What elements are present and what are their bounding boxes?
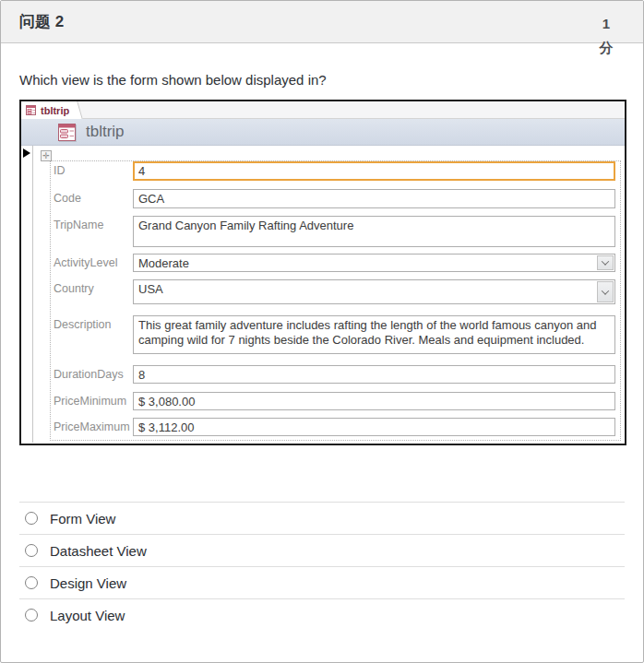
radio-button[interactable] [25,544,38,557]
field-value: 8 [138,368,145,382]
form-field-row: DurationDays 8 [54,365,625,384]
field-value: Moderate [138,256,189,270]
field-value: 4 [138,164,145,178]
option-label: Layout View [50,608,125,623]
dropdown-button[interactable] [597,255,614,270]
answer-option-form-view[interactable]: Form View [19,502,625,534]
field-label: Code [54,189,133,208]
answer-options: Form View Datasheet View Design View Lay… [19,502,625,631]
question-header: 问题 2 [1,1,643,43]
dropdown-button[interactable] [597,281,614,302]
form-field-row: Description This great family adventure … [54,315,625,354]
field-input-description[interactable]: This great family adventure includes raf… [133,315,615,354]
field-label: Country [54,279,133,304]
form-icon [58,124,76,141]
answer-option-datasheet-view[interactable]: Datasheet View [19,534,625,566]
field-label: PriceMinimum [54,392,133,410]
form-detail-section: ✛ ID 4 Code GCA TripName Grand Canyon Fa… [33,146,625,443]
field-label: PriceMaximum [54,418,133,436]
form-field-row: PriceMaximum $ 3,112.00 [54,418,625,436]
radio-button[interactable] [25,512,38,525]
field-value: Grand Canyon Family Rafting Adventure [138,219,353,232]
access-form-header: tbltrip [21,119,625,146]
tab-slant-edge [68,101,82,119]
access-form-screenshot: tbltrip tbltrip [19,100,626,445]
field-label: TripName [54,216,133,247]
tab-label: tbltrip [41,105,69,116]
form-title: tbltrip [86,123,125,141]
tab-tbltrip[interactable]: tbltrip [21,101,76,119]
form-field-row: PriceMinimum $ 3,080.00 [54,392,625,410]
field-value: USA [138,282,163,296]
field-rows: ID 4 Code GCA TripName Grand Canyon Fami… [54,161,625,436]
field-input-activitylevel[interactable]: Moderate [133,254,615,272]
question-text: Which view is the form shown below displ… [19,72,625,88]
field-value: GCA [138,192,164,206]
radio-button[interactable] [25,576,38,589]
field-input-id[interactable]: 4 [133,161,615,181]
field-input-code[interactable]: GCA [133,189,615,208]
option-label: Form View [50,511,115,527]
field-value: $ 3,112.00 [138,420,194,434]
form-field-row: ID 4 [54,161,625,181]
question-title: 问题 2 [19,11,64,32]
field-input-pricemaximum[interactable]: $ 3,112.00 [133,418,615,436]
answer-option-design-view[interactable]: Design View [19,566,625,598]
field-value: $ 3,080.00 [138,395,195,408]
move-all-handle[interactable]: ✛ [41,150,52,161]
field-input-durationdays[interactable]: 8 [133,365,615,384]
field-input-tripname[interactable]: Grand Canyon Family Rafting Adventure [133,216,615,247]
question-points: 1 分 [597,12,615,60]
form-field-row: ActivityLevel Moderate [54,254,625,272]
answer-option-layout-view[interactable]: Layout View [19,598,625,631]
form-field-row: TripName Grand Canyon Family Rafting Adv… [54,216,625,247]
record-selector-arrow [23,148,30,158]
field-label: ActivityLevel [54,254,133,272]
record-selector-bar[interactable] [21,146,33,443]
radio-button[interactable] [25,609,38,622]
question-card: 问题 2 1 分 Which view is the form shown be… [0,0,644,663]
access-tab-strip: tbltrip [21,101,625,119]
field-label: DurationDays [54,365,133,384]
option-label: Datasheet View [50,543,147,559]
field-input-country[interactable]: USA [133,279,615,304]
form-icon [26,105,36,115]
form-field-row: Code GCA [54,189,625,208]
chevron-down-icon [602,257,609,265]
option-label: Design View [50,575,126,591]
field-label: ID [54,161,133,181]
form-field-row: Country USA [54,279,625,304]
field-input-priceminimum[interactable]: $ 3,080.00 [133,392,615,410]
chevron-down-icon [602,287,609,294]
field-value: This great family adventure includes raf… [138,318,596,347]
access-form-body: ✛ ID 4 Code GCA TripName Grand Canyon Fa… [21,146,625,443]
field-label: Description [54,315,133,354]
